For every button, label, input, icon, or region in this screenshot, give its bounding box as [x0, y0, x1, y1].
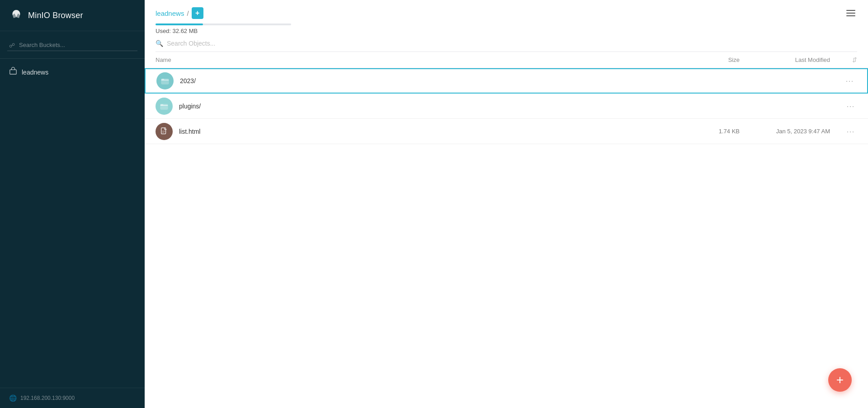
globe-icon: 🌐 [9, 394, 17, 402]
sidebar: MinIO Browser ☍ leadnews 🌐 192.168.200.1… [0, 0, 145, 408]
server-address: 192.168.200.130:9000 [20, 395, 75, 401]
svg-rect-2 [161, 79, 164, 80]
table-row[interactable]: plugins/ ⋯ [145, 94, 868, 119]
usage-bar-fill [156, 23, 203, 25]
usage-bar-container [156, 23, 857, 25]
object-more-button[interactable]: ⋯ [844, 100, 857, 112]
main-header: leadnews / + [145, 0, 868, 19]
object-name: plugins/ [179, 103, 685, 110]
col-header-actions: ⇵ [830, 56, 857, 63]
bucket-search-input[interactable] [7, 39, 137, 51]
search-objects-icon: 🔍 [156, 40, 163, 47]
sidebar-header: MinIO Browser [0, 0, 145, 31]
breadcrumb: leadnews / + [156, 7, 203, 19]
search-objects-input[interactable] [167, 40, 857, 47]
object-name: list.html [179, 128, 685, 135]
upload-fab-button[interactable]: + [828, 368, 852, 392]
hamburger-line-3 [846, 15, 855, 16]
svg-rect-0 [10, 70, 16, 74]
breadcrumb-bucket[interactable]: leadnews [156, 9, 184, 17]
sort-icon[interactable]: ⇵ [852, 56, 857, 63]
object-modified: Jan 5, 2023 9:47 AM [740, 128, 830, 135]
hamburger-line-1 [846, 10, 855, 11]
object-more-button[interactable]: ⋯ [843, 75, 856, 87]
sidebar-footer: 🌐 192.168.200.130:9000 [0, 388, 145, 408]
table-header: Name Size Last Modified ⇵ [145, 52, 868, 68]
sidebar-item-leadnews[interactable]: leadnews [0, 62, 145, 82]
table-row[interactable]: list.html 1.74 KB Jan 5, 2023 9:47 AM ⋯ [145, 119, 868, 144]
search-icon: ☍ [9, 42, 15, 49]
object-name: 2023/ [180, 77, 684, 84]
bucket-icon [9, 67, 17, 77]
usage-text: Used: 32.62 MB [156, 28, 857, 34]
objects-list: 2023/ ⋯ plugins/ ⋯ list.html 1.74 KB Jan… [145, 68, 868, 144]
object-more: ⋯ [830, 100, 857, 112]
table-row[interactable]: 2023/ ⋯ [145, 68, 868, 94]
sidebar-divider [0, 58, 145, 59]
bucket-name: leadnews [22, 69, 48, 76]
svg-rect-5 [161, 127, 166, 134]
object-icon-wrap [156, 123, 173, 140]
object-more-button[interactable]: ⋯ [844, 126, 857, 137]
hamburger-line-2 [846, 13, 855, 14]
col-header-modified: Last Modified [740, 56, 830, 63]
object-more: ⋯ [830, 126, 857, 137]
col-header-size: Size [685, 56, 740, 63]
object-icon-wrap [156, 72, 174, 89]
usage-bar-track [156, 23, 291, 25]
bucket-search-container: ☍ [7, 39, 137, 51]
main-content: leadnews / + Used: 32.62 MB 🔍 Name Size … [145, 0, 868, 408]
hamburger-menu-button[interactable] [844, 8, 857, 18]
object-size: 1.74 KB [685, 128, 740, 135]
col-header-name: Name [156, 56, 685, 63]
search-objects-bar: 🔍 [156, 40, 857, 52]
object-more: ⋯ [829, 75, 856, 87]
app-title: MinIO Browser [28, 11, 83, 20]
minio-logo-icon [9, 8, 24, 23]
objects-table: Name Size Last Modified ⇵ 2023/ ⋯ plugin… [145, 52, 868, 408]
breadcrumb-add-button[interactable]: + [192, 7, 203, 19]
object-icon-wrap [156, 98, 173, 115]
svg-rect-4 [160, 104, 163, 105]
breadcrumb-separator: / [187, 9, 189, 17]
